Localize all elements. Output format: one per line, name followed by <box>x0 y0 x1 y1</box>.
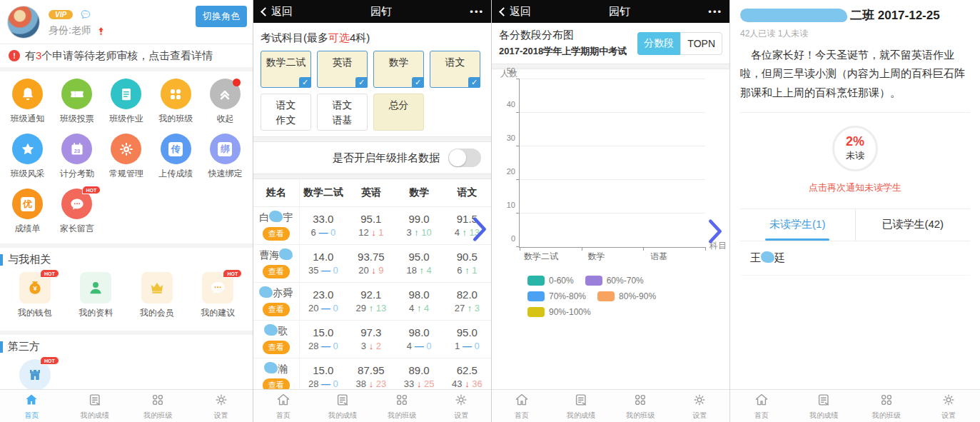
chart-bar[interactable] <box>556 246 575 247</box>
tab-class[interactable]: 我的班级 <box>373 390 432 422</box>
next-page-chevron-icon[interactable] <box>471 216 488 243</box>
app-班级通知[interactable]: 班级通知 <box>3 79 52 125</box>
section-items: ¥HOT我的钱包我的资料我的会员HOT我的建议 <box>0 271 253 323</box>
x-tick-mark <box>643 247 644 251</box>
back-button[interactable]: 返回 <box>499 5 531 19</box>
view-button[interactable]: 查看 <box>263 341 290 354</box>
student-list-item[interactable]: 王廷 <box>740 241 970 276</box>
name-text: 王 <box>750 251 761 263</box>
app-我的钱包[interactable]: ¥HOT我的钱包 <box>4 272 66 319</box>
subject-chip-数学[interactable]: 数学✓ <box>373 51 424 88</box>
rank-delta: 3 <box>472 303 480 313</box>
tab-settings[interactable]: 设置 <box>670 390 729 422</box>
rank-change: 20 ↓ 9 <box>347 265 395 276</box>
subject-chip-语文[interactable]: 语文✓ <box>430 51 480 88</box>
flat-arrow-icon: — <box>318 227 328 238</box>
tab-label: 我的班级 <box>388 411 416 421</box>
section-header: 第三方 <box>0 331 253 358</box>
rank-value: 3 <box>406 227 414 238</box>
chart-bar-数学[interactable] <box>587 246 607 247</box>
x-tick-labels: 数学二试数学语基 <box>519 248 705 263</box>
back-button[interactable]: 返回 <box>261 5 293 19</box>
view-button[interactable]: 查看 <box>263 227 290 241</box>
tab-class[interactable]: 我的班级 <box>126 390 190 422</box>
topn-view-button[interactable]: TOPN <box>680 32 722 55</box>
app-计分考勤[interactable]: 23计分考勤 <box>52 134 101 180</box>
tab-class[interactable]: 我的班级 <box>611 390 670 422</box>
segment-view-button[interactable]: 分数段 <box>637 32 680 55</box>
app-上传成绩[interactable]: 传上传成绩 <box>151 134 201 180</box>
tab-home[interactable]: 首页 <box>730 390 793 422</box>
chart-bar[interactable] <box>618 244 637 247</box>
pending-approval-notice[interactable]: ! 有3个申请等待老师审核，点击查看详情 <box>0 44 253 71</box>
notify-unread-link[interactable]: 点击再次通知未读学生 <box>740 181 970 194</box>
view-button[interactable]: 查看 <box>263 378 290 390</box>
unread-label: 未读 <box>846 149 864 162</box>
tab-class[interactable]: 我的班级 <box>855 390 918 422</box>
app-班级投票[interactable]: 班级投票 <box>52 79 101 125</box>
chat-bubble-icon[interactable] <box>79 7 93 21</box>
tab-settings[interactable]: 设置 <box>918 390 980 422</box>
app-label: 我的会员 <box>140 307 174 319</box>
tab-settings[interactable]: 设置 <box>190 390 253 422</box>
score-value: 99.0 <box>395 213 443 225</box>
chart-bar[interactable] <box>681 244 700 247</box>
chip-line: 英语 <box>333 55 353 70</box>
subject-chip-语文作文[interactable]: 语文作文 <box>261 94 311 131</box>
app-班级作业[interactable]: 班级作业 <box>101 79 151 125</box>
table-row: 亦舜查看23.020 — 092.129 ↑ 1398.04 ↑ 482.027… <box>253 282 491 320</box>
score-value: 92.1 <box>347 288 395 301</box>
view-button[interactable]: 查看 <box>263 303 290 316</box>
tab-scores[interactable]: 我的成绩 <box>64 390 127 422</box>
subject-chip-总分[interactable]: 总分 <box>373 94 424 131</box>
app-我的建议[interactable]: HOT我的建议 <box>188 272 249 319</box>
legend-swatch <box>585 276 602 286</box>
subject-chip-语文语基[interactable]: 语文语基 <box>317 94 368 131</box>
score-cell: 99.03 ↑ 10 <box>395 206 443 244</box>
app-我的资料[interactable]: 我的资料 <box>66 272 127 319</box>
subject-chip-英语[interactable]: 英语✓ <box>317 51 368 88</box>
tab-label: 设置 <box>941 411 956 421</box>
censor-blob <box>259 286 273 298</box>
section-accent-bar <box>0 254 3 266</box>
check-icon: ✓ <box>412 77 424 88</box>
score-value: 23.0 <box>300 288 348 301</box>
view-button[interactable]: 查看 <box>263 265 290 278</box>
tab-未读学生(1)[interactable]: 未读学生(1) <box>740 209 855 241</box>
more-menu-button[interactable]: ••• <box>470 6 484 17</box>
app-家长留言[interactable]: HOT家长留言 <box>52 189 101 235</box>
rank-toggle[interactable] <box>448 149 481 167</box>
chart-bar-数学二试[interactable] <box>525 245 544 247</box>
switch-role-button[interactable]: 切换角色 <box>196 6 247 27</box>
tab-scores[interactable]: 我的成绩 <box>793 390 856 422</box>
tab-home[interactable]: 首页 <box>253 390 313 422</box>
tab-settings[interactable]: 设置 <box>432 390 491 422</box>
home-icon <box>514 392 530 409</box>
crown-icon <box>141 272 173 303</box>
app-我的会员[interactable]: 我的会员 <box>126 272 188 319</box>
app-收起[interactable]: 收起 <box>201 79 250 125</box>
subject-chip-数学二试[interactable]: 数学二试✓ <box>261 51 311 88</box>
rank-change: 20 — 0 <box>300 303 348 313</box>
tab-已读学生(42)[interactable]: 已读学生(42) <box>855 209 971 241</box>
tab-scores[interactable]: 我的成绩 <box>551 390 610 422</box>
app-班级风采[interactable]: 班级风采 <box>3 134 52 180</box>
app-园钉课堂[interactable]: HOT园钉课堂 <box>4 359 66 389</box>
more-menu-button[interactable]: ••• <box>708 6 722 17</box>
tabbar: 首页我的成绩我的班级设置 <box>0 389 253 422</box>
avatar[interactable] <box>7 6 40 39</box>
name-text: 白 <box>259 211 269 223</box>
app-常规管理[interactable]: 常规管理 <box>101 134 151 180</box>
rank-delta: 13 <box>373 303 386 313</box>
tab-home[interactable]: 首页 <box>492 390 551 422</box>
tab-scores[interactable]: 我的成绩 <box>313 390 372 422</box>
app-我的班级[interactable]: 我的班级 <box>151 79 201 125</box>
app-成绩单[interactable]: 优成绩单 <box>3 189 52 235</box>
app-快速绑定[interactable]: 绑快速绑定 <box>201 134 250 180</box>
tab-home[interactable]: 首页 <box>0 390 64 422</box>
next-page-chevron-icon[interactable] <box>707 218 724 245</box>
rank-value: 12 <box>358 227 371 238</box>
chart-bar-语基[interactable] <box>650 244 669 247</box>
tab-label: 设置 <box>692 411 707 421</box>
upgrade-arrow-icon[interactable] <box>96 26 106 36</box>
